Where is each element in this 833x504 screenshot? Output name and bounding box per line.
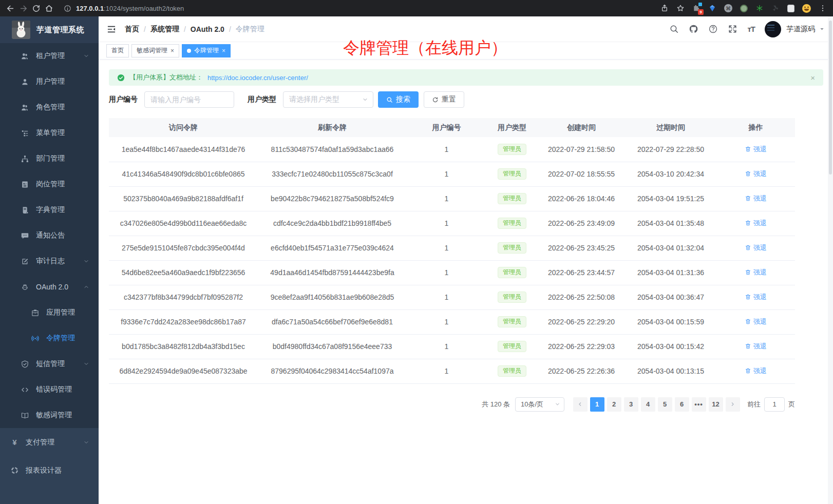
force-logout-button[interactable]: 强退 — [745, 169, 767, 179]
search-icon[interactable] — [669, 24, 679, 34]
sidebar-item-dict[interactable]: 字典管理 — [0, 197, 99, 223]
extension-sidebar-icon[interactable] — [787, 5, 794, 12]
user-avatar[interactable] — [765, 21, 781, 37]
sidebar-item-oauth2-app[interactable]: 应用管理 — [0, 300, 99, 325]
sidebar-item-post[interactable]: 岗位管理 — [0, 171, 99, 197]
trash-icon — [745, 343, 751, 350]
reset-button[interactable]: 重置 — [424, 91, 464, 108]
sidebar-item-notice[interactable]: 通知公告 — [0, 223, 99, 248]
alert-doc-link[interactable]: https://doc.iocoder.cn/user-center/ — [207, 74, 308, 82]
sidebar-item-role[interactable]: 角色管理 — [0, 94, 99, 120]
breadcrumb-item[interactable]: OAuth 2.0 — [191, 25, 224, 33]
refresh-circle-icon — [10, 466, 19, 475]
help-icon[interactable] — [708, 24, 718, 34]
tab-close-icon[interactable]: × — [222, 48, 225, 54]
user-id-cell: 1 — [407, 359, 486, 383]
goto-label: 前往 — [747, 400, 761, 409]
page-button-1[interactable]: 1 — [590, 397, 604, 412]
tab-close-icon[interactable]: × — [171, 48, 174, 54]
action-cell: 强退 — [716, 285, 795, 309]
share-icon[interactable] — [660, 4, 669, 12]
force-logout-button[interactable]: 强退 — [745, 342, 767, 351]
sidebar-item-menu[interactable]: 菜单管理 — [0, 120, 99, 146]
browser-menu-icon[interactable] — [819, 4, 827, 12]
page-button-3[interactable]: 3 — [624, 397, 638, 412]
sidebar-item-error-code[interactable]: 错误码管理 — [0, 377, 99, 402]
force-logout-button[interactable]: 强退 — [745, 145, 767, 154]
expires-at-cell: 2022-07-29 22:28:50 — [625, 137, 716, 162]
sidebar-item-oauth2-token[interactable]: 令牌管理 — [0, 325, 99, 351]
expires-at-cell: 2054-03-04 01:35:48 — [625, 211, 716, 236]
browser-chrome: 127.0.0.1:1024/system/oauth2/token 9 ⌘ — [0, 0, 833, 16]
page-button-12[interactable]: 12 — [709, 397, 723, 412]
prev-page-button[interactable] — [573, 397, 588, 412]
sidebar-item-tenant[interactable]: 租户管理 — [0, 43, 99, 69]
username[interactable]: 芋道源码 — [786, 25, 815, 34]
extension-green-circle-icon[interactable] — [740, 5, 748, 12]
search-button[interactable]: 搜索 — [378, 91, 419, 108]
page-scrollbar[interactable] — [828, 16, 833, 504]
profile-avatar-icon[interactable] — [802, 4, 811, 13]
extension-command-icon[interactable]: ⌘ — [724, 4, 732, 12]
extension-puzzle-icon[interactable]: 9 — [692, 4, 701, 12]
alert-close-icon[interactable]: × — [810, 73, 815, 82]
tab-sensitive-word[interactable]: 敏感词管理× — [131, 44, 179, 57]
github-icon[interactable] — [689, 24, 698, 34]
page-size-select[interactable]: 10条/页 — [515, 397, 564, 412]
user-type-badge: 管理员 — [498, 144, 526, 155]
sidebar-collapse-icon[interactable] — [106, 24, 117, 34]
force-logout-button[interactable]: 强退 — [745, 366, 767, 376]
force-logout-button[interactable]: 强退 — [745, 268, 767, 277]
sidebar-item-sms[interactable]: 短信管理 — [0, 351, 99, 377]
breadcrumb-item[interactable]: 系统管理 — [150, 25, 179, 34]
force-logout-button[interactable]: 强退 — [745, 243, 767, 253]
sidebar-item-user[interactable]: 用户管理 — [0, 69, 99, 94]
user-type-badge: 管理员 — [498, 168, 526, 180]
reset-button-label: 重置 — [442, 95, 456, 104]
sidebar-item-pay[interactable]: ¥支付管理 — [0, 428, 99, 456]
user-id-input[interactable] — [144, 91, 234, 108]
force-logout-button[interactable]: 强退 — [745, 194, 767, 203]
expires-at-cell: 2054-03-04 01:32:04 — [625, 236, 716, 260]
site-info-icon[interactable] — [64, 5, 71, 12]
fullscreen-icon[interactable] — [728, 24, 737, 34]
user-type-badge: 管理员 — [498, 242, 526, 254]
goto-page-input[interactable] — [764, 397, 785, 412]
sidebar-item-audit-log[interactable]: 审计日志 — [0, 248, 99, 274]
browser-reload-icon[interactable] — [32, 4, 41, 13]
force-logout-button[interactable]: 强退 — [745, 219, 767, 228]
user-type-badge: 管理员 — [498, 316, 526, 327]
tab-label: 首页 — [111, 46, 124, 55]
sidebar-item-report-designer[interactable]: 报表设计器 — [0, 456, 99, 484]
page-button-4[interactable]: 4 — [641, 397, 655, 412]
extension-gem-icon[interactable] — [708, 4, 716, 12]
browser-forward-icon[interactable] — [19, 4, 28, 13]
browser-back-icon[interactable] — [6, 4, 15, 13]
next-page-button[interactable] — [726, 397, 740, 412]
tab-home[interactable]: 首页 — [106, 44, 129, 57]
page-button-2[interactable]: 2 — [607, 397, 621, 412]
page-button-6[interactable]: 6 — [675, 397, 689, 412]
font-size-icon[interactable]: тT — [747, 25, 755, 33]
url-bar[interactable]: 127.0.0.1:1024/system/oauth2/token — [64, 5, 656, 12]
user-type-select[interactable]: 请选择用户类型 — [283, 91, 373, 108]
more-pages-button[interactable]: ••• — [692, 397, 706, 412]
force-logout-label: 强退 — [753, 317, 767, 326]
table-row: 6d842e2924594de9a09e45e087323abe8796295f… — [109, 359, 795, 383]
sidebar-item-dept[interactable]: 部门管理 — [0, 146, 99, 171]
force-logout-button[interactable]: 强退 — [745, 293, 767, 302]
chevron-down-icon[interactable] — [819, 26, 825, 32]
sidebar-item-sensitive-word[interactable]: 敏感词管理 — [0, 402, 99, 428]
tabs-bar: 首页敏感词管理×令牌管理× — [99, 42, 833, 60]
bookmark-star-icon[interactable] — [676, 4, 685, 12]
sidebar-item-oauth2[interactable]: OAuth 2.0 — [0, 274, 99, 300]
force-logout-button[interactable]: 强退 — [745, 317, 767, 326]
extension-pinwheel-icon[interactable] — [771, 4, 780, 12]
scrollbar-thumb[interactable] — [829, 21, 832, 175]
extension-green-star-icon[interactable] — [755, 4, 764, 12]
browser-home-icon[interactable] — [45, 4, 53, 13]
tab-oauth2-token[interactable]: 令牌管理× — [182, 44, 231, 57]
page-button-5[interactable]: 5 — [658, 397, 672, 412]
breadcrumb-item[interactable]: 首页 — [125, 25, 139, 34]
app-logo[interactable]: 芋道管理系统 — [0, 16, 99, 43]
